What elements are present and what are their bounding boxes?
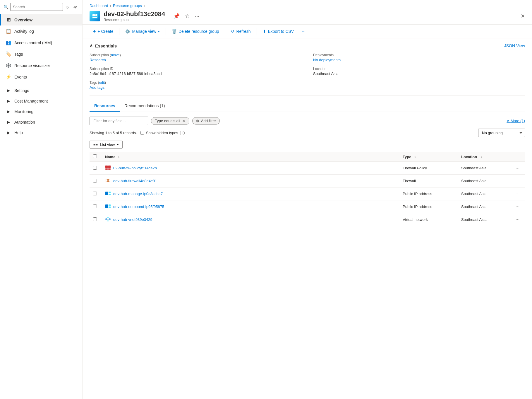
- overview-icon: ⊞: [6, 17, 11, 23]
- deployments-value[interactable]: No deployments: [313, 58, 341, 62]
- create-button[interactable]: + + Create: [90, 27, 117, 36]
- remove-filter-button[interactable]: ✕: [182, 119, 186, 123]
- row-checkbox-1[interactable]: [93, 179, 97, 183]
- subscription-id-value: 2a8c18d4-a187-4216-b527-5891ebca3acd: [90, 71, 301, 76]
- svg-rect-17: [109, 207, 111, 208]
- svg-point-19: [109, 218, 111, 220]
- manage-view-button[interactable]: ⚙️ Manage view ▾: [122, 27, 163, 35]
- resource-name-1: dev-hub-firewall4d8d4e91: [113, 179, 157, 183]
- add-filter-label: Add filter: [201, 119, 216, 123]
- row-name-0: 02-hub-fw-policyf514ca2b: [102, 162, 399, 175]
- row-more-options-3[interactable]: ···: [514, 204, 521, 210]
- resource-link-0[interactable]: 02-hub-fw-policyf514ca2b: [105, 165, 396, 171]
- sidebar-item-access-control[interactable]: 👥 Access control (IAM): [0, 37, 82, 48]
- table-header-type[interactable]: Type ↑↓: [399, 152, 458, 162]
- toolbar-more-button[interactable]: ···: [298, 27, 309, 35]
- resource-icon-1: [105, 178, 111, 184]
- table-header-location[interactable]: Location ↑↓: [458, 152, 510, 162]
- essentials-section: ∧ Essentials JSON View Subscription (mov…: [90, 43, 525, 96]
- row-more-options-1[interactable]: ···: [514, 178, 521, 184]
- export-button[interactable]: ⬇ Export to CSV: [259, 27, 298, 35]
- row-more-options-4[interactable]: ···: [514, 216, 521, 223]
- resource-name-3: dev-hub-outbound-ip95f95875: [113, 204, 164, 209]
- resource-link-2[interactable]: dev-hub-manage-ip0c3acba7: [105, 190, 396, 197]
- tab-resources[interactable]: Resources: [90, 100, 120, 112]
- pin-icon[interactable]: 📌: [172, 12, 181, 21]
- search-input[interactable]: [10, 3, 63, 11]
- json-view-link[interactable]: JSON View: [504, 43, 525, 48]
- tags-edit-link[interactable]: edit: [99, 81, 105, 85]
- list-view-row: ≡≡ List view ▾: [90, 141, 525, 149]
- breadcrumb-resource-groups[interactable]: Resource groups: [113, 4, 142, 8]
- row-checkbox-2[interactable]: [93, 192, 97, 195]
- refresh-button[interactable]: ↺ Refresh: [227, 27, 254, 35]
- row-more-options-0[interactable]: ···: [514, 165, 521, 171]
- resource-icon-3: [105, 203, 111, 210]
- table-row: 02-hub-fw-policyf514ca2b Firewall Policy…: [90, 162, 525, 175]
- resource-link-3[interactable]: dev-hub-outbound-ip95f95875: [105, 203, 396, 210]
- list-view-button[interactable]: ≡≡ List view ▾: [90, 141, 123, 149]
- toolbar-sep-3: [225, 28, 225, 35]
- sidebar-item-settings[interactable]: ▶ Settings: [0, 85, 82, 96]
- sidebar-item-monitoring[interactable]: ▶ Monitoring: [0, 106, 82, 117]
- svg-rect-14: [109, 194, 111, 195]
- essentials-divider: [90, 96, 525, 96]
- essentials-chevron-icon[interactable]: ∧: [90, 43, 93, 48]
- page-title: dev-02-hubf13c2084: [104, 10, 165, 18]
- row-checkbox-0[interactable]: [93, 166, 97, 170]
- create-label: + Create: [97, 29, 113, 34]
- tags-label: Tags (edit): [90, 81, 301, 85]
- subscription-item: Subscription (move) Research: [90, 53, 301, 62]
- resource-link-1[interactable]: dev-hub-firewall4d8d4e91: [105, 178, 396, 184]
- row-checkbox-cell-0: [90, 162, 102, 175]
- add-tags-link[interactable]: Add tags: [90, 85, 104, 90]
- toolbar-more-icon: ···: [302, 29, 306, 34]
- deployments-label: Deployments: [313, 53, 525, 57]
- sidebar-item-events[interactable]: ⚡ Events: [0, 71, 82, 83]
- toolbar-sep-1: [119, 28, 119, 35]
- delete-button[interactable]: 🗑️ Delete resource group: [168, 27, 223, 35]
- deployments-item: Deployments No deployments: [313, 53, 525, 62]
- sidebar-settings-icon[interactable]: ◇: [65, 4, 70, 11]
- sidebar-item-overview[interactable]: ⊞ Overview: [0, 14, 82, 25]
- tab-recommendations[interactable]: Recommendations (1): [120, 100, 170, 112]
- sidebar-item-activity-log[interactable]: 📋 Activity log: [0, 25, 82, 37]
- sidebar-item-tags[interactable]: 🏷️ Tags: [0, 48, 82, 60]
- table-header-name[interactable]: Name ↑↓: [102, 152, 399, 162]
- records-count-text: Showing 1 to 5 of 5 records.: [90, 131, 137, 135]
- close-button[interactable]: ✕: [521, 13, 525, 19]
- export-icon: ⬇: [263, 29, 266, 34]
- sidebar-search-area: 🔍 ◇ ≪: [0, 0, 82, 14]
- sidebar-item-cost-management[interactable]: ▶ Cost Management: [0, 96, 82, 106]
- hidden-types-info-icon[interactable]: i: [180, 131, 185, 135]
- resource-visualizer-icon: 🕸️: [6, 63, 11, 68]
- move-link[interactable]: move: [111, 53, 119, 57]
- page-header: Dashboard › Resource groups › dev-02-hub…: [83, 0, 532, 25]
- filter-input[interactable]: [90, 117, 148, 125]
- table-row: dev-hub-outbound-ip95f95875 Public IP ad…: [90, 200, 525, 213]
- svg-rect-4: [105, 166, 108, 168]
- row-location-1: Southeast Asia: [458, 175, 510, 187]
- resource-link-4[interactable]: dev-hub-vnet939e3429: [105, 216, 396, 223]
- sidebar-item-automation[interactable]: ▶ Automation: [0, 117, 82, 127]
- select-all-checkbox[interactable]: [93, 154, 97, 158]
- favorite-icon[interactable]: ☆: [184, 12, 191, 21]
- sidebar-item-help[interactable]: ▶ Help: [0, 127, 82, 138]
- more-filters-link[interactable]: ∨ More (1): [507, 119, 525, 123]
- more-options-title-icon[interactable]: ···: [194, 12, 200, 21]
- grouping-dropdown[interactable]: No grouping: [478, 129, 525, 137]
- sidebar-item-resource-visualizer[interactable]: 🕸️ Resource visualizer: [0, 60, 82, 71]
- add-filter-button[interactable]: ⊕ Add filter: [192, 117, 220, 125]
- sidebar-item-label: Access control (IAM): [14, 40, 52, 45]
- subscription-id-label: Subscription ID: [90, 67, 301, 71]
- row-checkbox-cell-4: [90, 213, 102, 226]
- breadcrumb-dashboard[interactable]: Dashboard: [90, 4, 108, 8]
- row-more-options-2[interactable]: ···: [514, 191, 521, 197]
- nav-separator-1: [0, 84, 82, 84]
- sidebar-collapse-icon[interactable]: ≪: [72, 4, 79, 11]
- subscription-value[interactable]: Research: [90, 58, 106, 62]
- main-content: Dashboard › Resource groups › dev-02-hub…: [83, 0, 532, 399]
- show-hidden-types-checkbox[interactable]: [140, 131, 144, 135]
- row-checkbox-3[interactable]: [93, 204, 97, 208]
- row-checkbox-4[interactable]: [93, 217, 97, 221]
